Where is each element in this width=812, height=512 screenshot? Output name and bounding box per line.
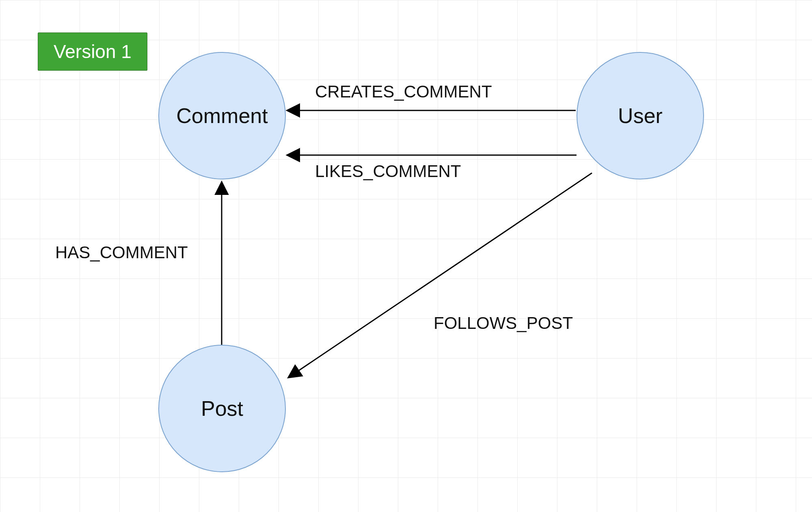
edge-label-likes-comment: LIKES_COMMENT: [315, 162, 461, 181]
edge-label-creates-comment: CREATES_COMMENT: [315, 82, 492, 102]
edge-follows-post: [288, 173, 592, 378]
node-post[interactable]: Post: [158, 345, 286, 472]
node-post-label: Post: [201, 396, 243, 421]
diagram-canvas: Version 1 CREATES_COMMENT LIKES_COMMENT …: [0, 0, 812, 512]
node-user[interactable]: User: [577, 52, 704, 179]
node-user-label: User: [618, 104, 663, 128]
edge-label-follows-post: FOLLOWS_POST: [434, 313, 573, 333]
edge-label-has-comment: HAS_COMMENT: [55, 243, 188, 262]
node-comment-label: Comment: [176, 104, 268, 128]
node-comment[interactable]: Comment: [158, 52, 286, 179]
